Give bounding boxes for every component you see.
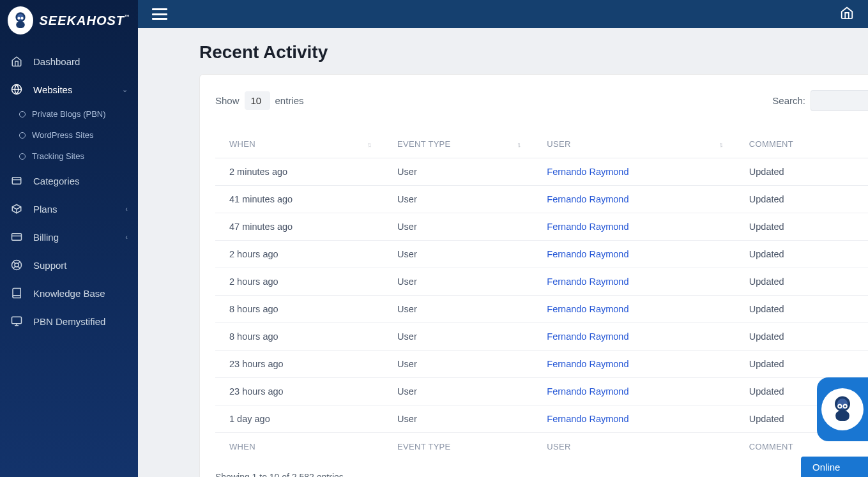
cell-comment: Updated [735,323,868,351]
sidebar-item-label: Categories [33,176,80,186]
chat-status-label: Online [812,462,840,473]
chat-status-bar[interactable]: Online [801,457,868,477]
svg-line-14 [13,266,15,268]
sidebar-item-billing[interactable]: Billing ‹ [0,223,138,251]
cell-comment: Updated [735,186,868,213]
search-input[interactable] [811,90,868,111]
cell-user: Fernando Raymond [533,296,735,323]
cell-event-type: User [383,378,533,405]
svg-line-13 [18,266,20,268]
home-button[interactable] [840,6,854,22]
sidebar-item-websites[interactable]: Websites ⌄ [0,75,138,103]
cell-user: Fernando Raymond [533,268,735,296]
chevron-down-icon: ⌄ [122,86,128,94]
sort-icon: ↑↓ [517,140,519,148]
menu-toggle-button[interactable] [152,8,167,20]
column-footer-when: WHEN [215,433,383,461]
svg-rect-6 [12,178,21,185]
svg-point-11 [15,263,19,267]
user-link[interactable]: Fernando Raymond [547,304,628,314]
show-label: Show [215,95,240,106]
cell-comment: Updated [735,296,868,323]
user-link[interactable]: Fernando Raymond [547,331,628,342]
sidebar-item-knowledge-base[interactable]: Knowledge Base [0,279,138,307]
svg-rect-16 [12,317,22,324]
column-header-user[interactable]: USER ↑↓ [533,130,735,158]
column-header-comment[interactable]: COMMENT [735,130,868,158]
mascot-avatar [821,388,864,430]
table-row: 8 hours ago User Fernando Raymond Update… [215,323,868,351]
svg-rect-8 [12,234,22,241]
book-icon [10,287,23,299]
table-header-row: WHEN ↑↓ EVENT TYPE ↑↓ USER ↑↓ COMMENT [215,130,868,158]
cell-when: 41 minutes ago [215,186,383,213]
cell-event-type: User [383,241,533,268]
cell-event-type: User [383,268,533,296]
column-header-event-type[interactable]: EVENT TYPE ↑↓ [383,130,533,158]
cell-event-type: User [383,186,533,213]
sidebar-item-label: Dashboard [33,56,80,67]
chat-widget-avatar[interactable] [817,377,868,441]
sidebar-subitem-wordpress[interactable]: WordPress Sites [0,125,138,146]
user-link[interactable]: Fernando Raymond [547,249,628,259]
user-link[interactable]: Fernando Raymond [547,194,628,204]
sidebar-item-plans[interactable]: Plans ‹ [0,195,138,223]
table-row: 23 hours ago User Fernando Raymond Updat… [215,378,868,405]
bullet-icon [19,132,26,139]
cell-user: Fernando Raymond [533,158,735,186]
sidebar-item-label: Plans [33,204,57,215]
svg-point-24 [839,405,841,407]
table-row: 2 minutes ago User Fernando Raymond Upda… [215,158,868,186]
column-footer-event-type: EVENT TYPE [383,433,533,461]
svg-point-3 [17,17,20,19]
sidebar-item-label: PBN Demystified [33,316,105,327]
sidebar-subitem-label: Tracking Sites [32,151,84,161]
column-header-when[interactable]: WHEN ↑↓ [215,130,383,158]
sidebar-subitem-tracking[interactable]: Tracking Sites [0,146,138,167]
sidebar-item-pbn-demystified[interactable]: PBN Demystified [0,307,138,335]
user-link[interactable]: Fernando Raymond [547,222,628,232]
page-size-select[interactable] [245,91,270,110]
sidebar-item-dashboard[interactable]: Dashboard [0,47,138,75]
cell-event-type: User [383,296,533,323]
user-link[interactable]: Fernando Raymond [547,414,628,424]
sidebar-item-categories[interactable]: Categories [0,167,138,195]
logo-area[interactable]: SEEKAHOST™ [0,0,138,41]
table-row: 23 hours ago User Fernando Raymond Updat… [215,351,868,378]
svg-line-12 [13,262,15,264]
sort-icon: ↑↓ [719,140,721,148]
bullet-icon [19,153,26,160]
sidebar: SEEKAHOST™ Dashboard Websites ⌄ Private … [0,0,138,477]
cell-when: 23 hours ago [215,351,383,378]
user-link[interactable]: Fernando Raymond [547,359,628,369]
cell-event-type: User [383,323,533,351]
cell-when: 2 minutes ago [215,158,383,186]
table-row: 41 minutes ago User Fernando Raymond Upd… [215,186,868,213]
page-title: Recent Activity [138,28,868,74]
search-control: Search: [772,90,868,111]
cell-event-type: User [383,213,533,241]
sidebar-item-label: Knowledge Base [33,288,105,299]
cell-user: Fernando Raymond [533,213,735,241]
cell-user: Fernando Raymond [533,378,735,405]
sidebar-item-label: Support [33,260,67,271]
cell-user: Fernando Raymond [533,241,735,268]
sidebar-item-support[interactable]: Support [0,251,138,279]
user-link[interactable]: Fernando Raymond [547,276,628,287]
table-row: 47 minutes ago User Fernando Raymond Upd… [215,213,868,241]
brand-avatar [8,6,33,34]
table-footer-row: WHEN EVENT TYPE USER COMMENT [215,433,868,461]
life-ring-icon [10,259,23,271]
sidebar-subitem-private-blogs[interactable]: Private Blogs (PBN) [0,103,138,125]
show-entries-control: Show entries [215,91,304,110]
user-link[interactable]: Fernando Raymond [547,386,628,397]
search-label: Search: [772,95,805,106]
user-link[interactable]: Fernando Raymond [547,167,628,177]
bullet-icon [19,111,26,117]
cell-comment: Updated [735,213,868,241]
sidebar-item-label: Websites [33,84,72,95]
cell-event-type: User [383,158,533,186]
cell-user: Fernando Raymond [533,351,735,378]
svg-point-4 [20,17,23,19]
box-icon [10,202,23,215]
